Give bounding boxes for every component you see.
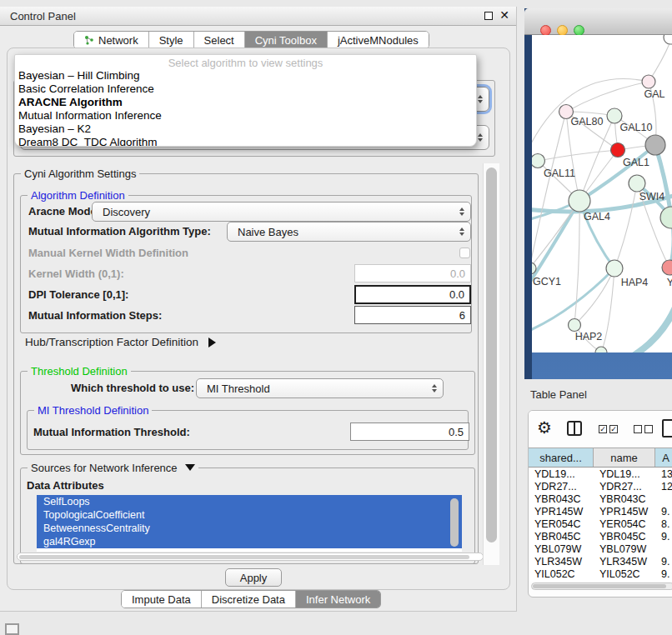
document-icon[interactable]: [662, 419, 672, 438]
manual-kernel-checkbox[interactable]: [459, 248, 470, 258]
network-icon: [84, 35, 94, 45]
network-node-gal11[interactable]: [532, 154, 545, 168]
apply-button[interactable]: Apply: [225, 568, 282, 587]
combo-arrows-icon: [478, 133, 483, 142]
dropdown-item-dream8-dc-tdc-algorithm[interactable]: Dream8 DC_TDC Algorithm: [15, 136, 476, 147]
column-header-name[interactable]: name: [594, 448, 655, 467]
table-hscrollbar[interactable]: [531, 582, 672, 590]
settings-group-title: Cyni Algorithm Settings: [21, 168, 139, 180]
which-threshold-combo[interactable]: MI Threshold: [196, 378, 444, 398]
tab-jactivemnodules[interactable]: jActiveMNodules: [328, 32, 429, 48]
tab-cyni-toolbox[interactable]: Cyni Toolbox: [245, 32, 328, 48]
chevron-down-icon: [185, 464, 195, 471]
tab-label: Network: [98, 34, 138, 47]
table-row[interactable]: YDL19...YDL19...13: [529, 468, 672, 481]
column-header-partial[interactable]: A: [655, 448, 672, 467]
dropdown-item-bayesian-k2[interactable]: Bayesian – K2: [15, 122, 476, 136]
checked-checkbox-icon[interactable]: ✓: [609, 425, 618, 433]
network-node-hap4[interactable]: [606, 260, 623, 277]
table-cell: YDL19...: [594, 468, 655, 481]
table-row[interactable]: YER054CYER054C8.: [529, 518, 672, 531]
table-row[interactable]: YLR345WYLR345W9.: [529, 556, 672, 568]
column-header-shared[interactable]: shared...: [529, 448, 594, 467]
mi-type-combo[interactable]: Naive Bayes: [227, 222, 471, 242]
table-row[interactable]: YBR045CYBR045C9.: [529, 531, 672, 543]
table-cell: 9.: [655, 506, 672, 518]
dropdown-placeholder: Select algorithm to view settings: [15, 55, 476, 69]
settings-hscrollbar[interactable]: [17, 552, 484, 561]
attribute-item-topologicalcoefficient[interactable]: TopologicalCoefficient: [37, 508, 462, 522]
network-canvas[interactable]: GALGAL80GAL10GAL1GAL11SWI4GAL4GCY1HAP4YH…: [532, 35, 672, 352]
dropdown-item-basic-correlation-inference[interactable]: Basic Correlation Inference: [15, 82, 476, 96]
control-panel-tabbar: NetworkStyleSelectCyni ToolboxjActiveMNo…: [73, 31, 429, 49]
columns-icon[interactable]: [567, 421, 582, 436]
float-window-icon[interactable]: [484, 12, 493, 20]
network-node[interactable]: [660, 207, 672, 228]
network-node[interactable]: [664, 35, 672, 44]
data-attributes-list[interactable]: SelfLoopsTopologicalCoefficientBetweenne…: [37, 495, 462, 552]
table-hscrollbar-thumb[interactable]: [533, 584, 666, 588]
network-window-titlebar[interactable]: [524, 8, 672, 35]
bottom-tabbar: Impute DataDiscretize DataInfer Network: [121, 590, 381, 608]
minimized-panel-icon[interactable]: [5, 623, 19, 635]
kernel-width-field[interactable]: 0.0: [354, 264, 471, 282]
attribute-item-gal4rgexp[interactable]: gal4RGexp: [37, 535, 462, 548]
mi-threshold-field[interactable]: 0.5: [350, 422, 469, 441]
control-panel-title: Control Panel: [10, 10, 76, 22]
network-node[interactable]: [595, 347, 607, 352]
table-cell: YBR045C: [529, 531, 594, 543]
gear-icon[interactable]: ⚙: [537, 418, 552, 438]
tab-network[interactable]: Network: [74, 32, 149, 48]
manual-kernel-label: Manual Kernel Width Definition: [28, 247, 188, 259]
dpi-tolerance-field[interactable]: 0.0: [354, 285, 471, 304]
dropdown-item-aracne-algorithm[interactable]: ARACNE Algorithm: [15, 96, 476, 109]
node-label-hap2: HAP2: [575, 331, 603, 342]
settings-scrollbar-thumb[interactable]: [486, 168, 497, 542]
table-panel-title: Table Panel: [530, 388, 587, 401]
tab-label: Select: [204, 34, 234, 47]
hscrollbar-thumb[interactable]: [19, 555, 469, 560]
close-icon[interactable]: ✕: [499, 8, 509, 22]
mi-threshold-label: Mutual Information Threshold:: [33, 426, 190, 438]
attributes-vscrollbar[interactable]: [450, 498, 459, 547]
table-cell: YDL19...: [529, 468, 594, 481]
aracne-mode-combo[interactable]: Discovery: [92, 202, 471, 222]
table-cell: YLR345W: [594, 556, 655, 568]
unchecked-checkbox-icon[interactable]: [634, 425, 642, 433]
tab-discretize-data[interactable]: Discretize Data: [202, 591, 296, 608]
table-row[interactable]: YIL052CYIL052C9.: [529, 568, 672, 581]
checked-checkbox-icon[interactable]: ✓: [599, 425, 607, 433]
table-row[interactable]: YBL079WYBL079W: [529, 543, 672, 556]
mi-steps-field[interactable]: 6: [354, 306, 471, 324]
data-attributes-label: Data Attributes: [27, 479, 104, 492]
attribute-item-selfloops[interactable]: SelfLoops: [37, 495, 462, 508]
dropdown-item-bayesian-hill-climbing[interactable]: Bayesian – Hill Climbing: [15, 69, 476, 82]
table-cell: YIL052C: [594, 568, 655, 581]
control-panel-titlebar[interactable]: Control Panel ✕: [0, 7, 516, 26]
hub-definition-toggle[interactable]: Hub/Transcription Factor Definition: [25, 336, 216, 348]
tab-label: jActiveMNodules: [338, 34, 419, 47]
attribute-item-betweennesscentrality[interactable]: BetweennessCentrality: [37, 522, 462, 535]
table-row[interactable]: YPR145WYPR145W9.: [529, 506, 672, 518]
dropdown-item-mutual-information-inference[interactable]: Mutual Information Inference: [15, 109, 476, 122]
tab-impute-data[interactable]: Impute Data: [122, 591, 202, 608]
tab-select[interactable]: Select: [194, 32, 245, 48]
network-node-y[interactable]: [662, 260, 672, 275]
network-node-gal1[interactable]: [611, 143, 625, 158]
network-node-gal4[interactable]: [569, 190, 590, 212]
network-graph: GALGAL80GAL10GAL1GAL11SWI4GAL4GCY1HAP4YH…: [532, 35, 672, 352]
network-node[interactable]: [645, 135, 665, 155]
network-node-hap2[interactable]: [569, 319, 581, 332]
tab-style[interactable]: Style: [149, 32, 194, 48]
table-row[interactable]: YDR27...YDR27...12: [529, 481, 672, 493]
network-node-swi4[interactable]: [629, 175, 645, 192]
table-cell: YDR27...: [594, 481, 655, 493]
unchecked-checkbox-icon[interactable]: [644, 425, 653, 433]
dpi-tolerance-label: DPI Tolerance [0,1]:: [28, 288, 128, 301]
table-row[interactable]: YBR043CYBR043C: [529, 493, 672, 506]
sources-title[interactable]: Sources for Network Inference: [28, 462, 198, 474]
tab-infer-network[interactable]: Infer Network: [296, 591, 380, 608]
network-node-gal[interactable]: [642, 75, 655, 88]
combo-arrows-icon: [459, 228, 464, 236]
table-cell: YBR043C: [594, 493, 655, 506]
